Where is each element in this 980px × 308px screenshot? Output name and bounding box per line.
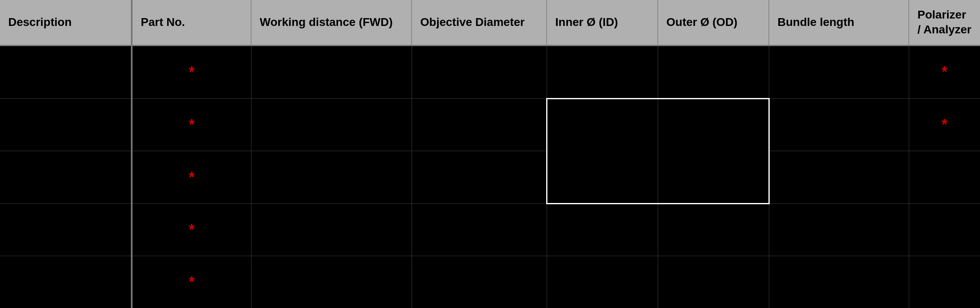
table-row: * *: [0, 99, 980, 151]
cell-polarizer[interactable]: [909, 151, 980, 203]
polarizer-asterisk: *: [942, 116, 947, 133]
cell-polarizer[interactable]: *: [909, 45, 980, 98]
cell-innerid[interactable]: [547, 151, 658, 203]
cell-innerid[interactable]: [547, 203, 658, 256]
cell-partno[interactable]: *: [132, 99, 251, 151]
cell-partno[interactable]: *: [132, 45, 251, 98]
cell-workdist[interactable]: [251, 45, 412, 98]
polarizer-asterisk: *: [942, 63, 947, 80]
cell-polarizer[interactable]: *: [909, 99, 980, 151]
cell-workdist[interactable]: [251, 151, 412, 203]
cell-objdiam[interactable]: [412, 151, 547, 203]
cell-innerid[interactable]: [547, 45, 658, 98]
cell-workdist[interactable]: [251, 203, 412, 256]
header-bundlelen: Bundle length: [769, 0, 909, 45]
cell-innerid[interactable]: [547, 99, 658, 151]
header-workdist: Working distance (FWD): [251, 0, 412, 45]
table-row: *: [0, 203, 980, 256]
table-body: * * *: [0, 45, 980, 308]
cell-objdiam[interactable]: [412, 99, 547, 151]
cell-description[interactable]: [0, 45, 132, 98]
cell-workdist[interactable]: [251, 256, 412, 308]
table-header-row: Description Part No. Working distance (F…: [0, 0, 980, 45]
partno-asterisk: *: [189, 63, 195, 80]
cell-description[interactable]: [0, 99, 132, 151]
cell-objdiam[interactable]: [412, 45, 547, 98]
cell-outerod[interactable]: [658, 151, 769, 203]
header-innerid: Inner Ø (ID): [547, 0, 658, 45]
cell-polarizer[interactable]: [909, 256, 980, 308]
cell-description[interactable]: [0, 151, 132, 203]
header-partno: Part No.: [132, 0, 251, 45]
cell-workdist[interactable]: [251, 99, 412, 151]
table-wrapper: Description Part No. Working distance (F…: [0, 0, 980, 308]
partno-asterisk: *: [189, 116, 195, 133]
cell-description[interactable]: [0, 203, 132, 256]
cell-bundlelen[interactable]: [769, 99, 909, 151]
cell-bundlelen[interactable]: [769, 256, 909, 308]
partno-asterisk: *: [189, 273, 195, 290]
cell-description[interactable]: [0, 256, 132, 308]
cell-partno[interactable]: *: [132, 203, 251, 256]
partno-asterisk: *: [189, 221, 195, 238]
cell-objdiam[interactable]: [412, 256, 547, 308]
header-description: Description: [0, 0, 132, 45]
partno-asterisk: *: [189, 169, 195, 186]
table-row: *: [0, 256, 980, 308]
cell-partno[interactable]: *: [132, 256, 251, 308]
cell-objdiam[interactable]: [412, 203, 547, 256]
cell-outerod[interactable]: [658, 256, 769, 308]
table-row: *: [0, 151, 980, 203]
cell-bundlelen[interactable]: [769, 151, 909, 203]
data-table: Description Part No. Working distance (F…: [0, 0, 980, 308]
cell-bundlelen[interactable]: [769, 203, 909, 256]
header-polarizer: Polarizer / Analyzer: [909, 0, 980, 45]
cell-bundlelen[interactable]: [769, 45, 909, 98]
cell-polarizer[interactable]: [909, 203, 980, 256]
cell-innerid[interactable]: [547, 256, 658, 308]
cell-partno[interactable]: *: [132, 151, 251, 203]
cell-outerod[interactable]: [658, 45, 769, 98]
cell-outerod[interactable]: [658, 203, 769, 256]
cell-outerod[interactable]: [658, 99, 769, 151]
header-objdiam: Objective Diameter: [412, 0, 547, 45]
table-row: * *: [0, 45, 980, 98]
header-outerod: Outer Ø (OD): [658, 0, 769, 45]
